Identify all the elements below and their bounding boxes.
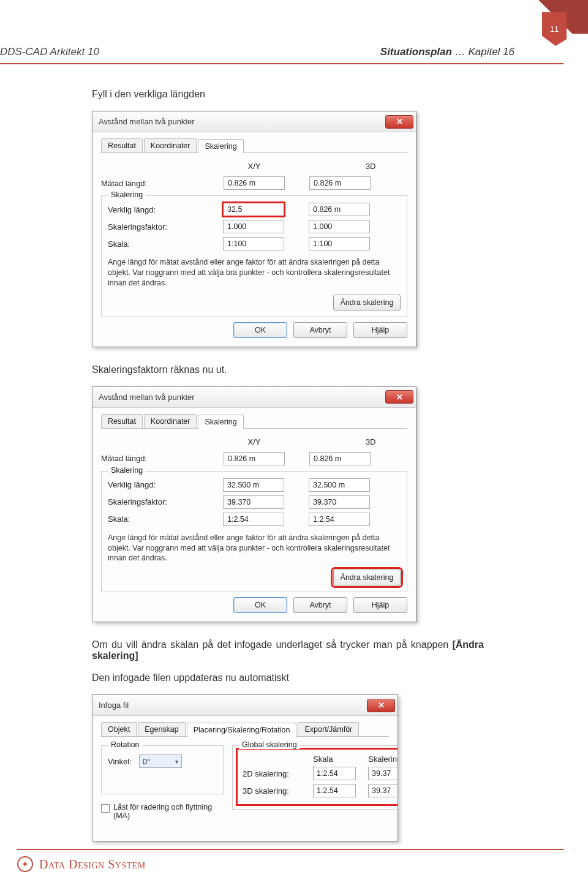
- tab-egenskap[interactable]: Egenskap: [138, 722, 186, 736]
- row-factor: Skaleringsfaktor: 1.000 1.000: [108, 218, 401, 235]
- column-headers: X/Y 3D: [101, 158, 407, 175]
- titlebar: Avstånd mellan två punkter ✕: [92, 111, 416, 132]
- insert-file-dialog: Infoga fil ✕ Objekt Egenskap Placering/S…: [92, 694, 398, 841]
- tab-resultat[interactable]: Resultat: [101, 414, 143, 428]
- label-scale: Skala:: [108, 514, 223, 524]
- close-button[interactable]: ✕: [385, 390, 413, 404]
- header-right: Situationsplan … Kapitel 16: [380, 46, 514, 58]
- dialog-title: Avstånd mellan två punkter: [99, 117, 385, 126]
- header-title-thin: … Kapitel 16: [452, 46, 514, 58]
- fieldset-skalering: Skalering Verklig längd: 32.500 m 32.500…: [101, 471, 407, 593]
- footer-brand: ✦ Data Design System: [17, 856, 564, 872]
- fieldset-skalering: Skalering Verklig längd: 32,5 0.826 m Sk…: [101, 195, 407, 317]
- scale-2d-field[interactable]: 1:2.54: [313, 767, 356, 780]
- close-button[interactable]: ✕: [385, 115, 413, 129]
- scale-3d-field[interactable]: 1:2.54: [313, 784, 356, 797]
- dialog-body: Resultat Koordinater Skalering X/Y 3D Mä…: [92, 132, 416, 347]
- cancel-button[interactable]: Avbryt: [293, 322, 347, 338]
- measured-3d-field[interactable]: 0.826 m: [309, 176, 371, 190]
- lock-checkbox[interactable]: Låst för radering och flyttning (MA): [101, 803, 224, 820]
- close-icon: ✕: [378, 701, 385, 710]
- tab-resultat[interactable]: Resultat: [101, 138, 143, 152]
- legend-global: Global skalering: [239, 740, 300, 749]
- tabs: Resultat Koordinater Skalering: [101, 138, 407, 153]
- col-3d: 3D: [340, 162, 401, 171]
- brand-text: Data Design System: [39, 857, 146, 871]
- dialog-buttons: OK Avbryt Hjälp: [101, 597, 407, 613]
- scale-3d-field[interactable]: 1:100: [309, 237, 370, 250]
- factor-3d-field[interactable]: 1.000: [309, 220, 370, 233]
- factor-3d-field[interactable]: 39.370: [309, 495, 370, 509]
- scaling-3d-field[interactable]: 39.37: [368, 784, 398, 797]
- label-factor: Skaleringsfaktor:: [108, 222, 223, 231]
- real-3d-field[interactable]: 0.826 m: [309, 203, 370, 216]
- tab-koordinater[interactable]: Koordinater: [144, 138, 197, 152]
- close-icon: ✕: [396, 117, 403, 126]
- factor-xy-field[interactable]: 39.370: [223, 495, 284, 509]
- ok-button[interactable]: OK: [233, 322, 287, 338]
- tab-skalering[interactable]: Skalering: [198, 415, 243, 429]
- row-3d: 3D skalering: 1:2.54 39.37: [243, 782, 398, 799]
- legend-rotation: Rotation: [108, 740, 143, 749]
- tab-export[interactable]: Export/Jämför: [298, 722, 359, 736]
- label-factor: Skaleringsfaktor:: [108, 497, 223, 506]
- help-button[interactable]: Hjälp: [353, 322, 407, 338]
- label-real: Verklig längd:: [108, 480, 223, 489]
- row-scale: Skala: 1:2.54 1:2.54: [108, 511, 401, 528]
- col-skala: Skala: [313, 754, 356, 764]
- lock-label: Låst för radering och flyttning (MA): [113, 803, 224, 820]
- distance-dialog-2: Avstånd mellan två punkter ✕ Resultat Ko…: [92, 386, 417, 623]
- cancel-button[interactable]: Avbryt: [293, 597, 347, 613]
- legend-skalering: Skalering: [108, 466, 146, 475]
- row-scale: Skala: 1:100 1:100: [108, 235, 401, 252]
- tab-koordinater[interactable]: Koordinater: [144, 414, 197, 428]
- header-left: DDS-CAD Arkitekt 10: [0, 46, 99, 58]
- real-3d-field[interactable]: 32.500 m: [309, 478, 370, 492]
- dialog-title: Infoga fil: [99, 701, 367, 710]
- tab-objekt[interactable]: Objekt: [101, 722, 137, 736]
- close-button[interactable]: ✕: [367, 699, 395, 712]
- tab-skalering[interactable]: Skalering: [198, 139, 243, 153]
- global-scaling-highlight: Skala Skalering 2D skalering: 1:2.54 39.…: [239, 751, 398, 803]
- label-real: Verklig längd:: [108, 205, 223, 214]
- label-2d: 2D skalering:: [243, 769, 313, 778]
- dialog-title: Avstånd mellan två punkter: [99, 393, 385, 402]
- scale-xy-field[interactable]: 1:2.54: [223, 513, 284, 526]
- angle-field[interactable]: 0° ▾: [139, 754, 182, 768]
- tabs: Resultat Koordinater Skalering: [101, 414, 407, 429]
- scaling-2d-field[interactable]: 39.37: [368, 767, 398, 780]
- label-3d: 3D skalering:: [243, 786, 313, 796]
- distance-dialog-1: Avstånd mellan två punkter ✕ Resultat Ko…: [92, 111, 417, 347]
- help-button[interactable]: Hjälp: [353, 597, 407, 613]
- legend-skalering: Skalering: [108, 190, 146, 199]
- checkbox-box-icon: [101, 804, 110, 813]
- row-measured: Mätad längd: 0.826 m 0.826 m: [101, 450, 407, 467]
- tab-placering[interactable]: Placering/Skalering/Rotation: [187, 723, 297, 737]
- measured-xy-field[interactable]: 0.826 m: [224, 176, 285, 190]
- intro-text-2: Skaleringsfaktorn räknas nu ut.: [92, 364, 484, 375]
- measured-3d-field[interactable]: 0.826 m: [309, 452, 371, 465]
- intro3a: Om du vill ändra skalan på det infogade …: [92, 639, 452, 650]
- change-scaling-button[interactable]: Ändra skalering: [333, 570, 401, 585]
- dropdown-icon: ▾: [175, 758, 178, 765]
- titlebar: Infoga fil ✕: [92, 695, 398, 716]
- page-header: DDS-CAD Arkitekt 10 Situationsplan … Kap…: [0, 0, 564, 64]
- ok-button[interactable]: OK: [233, 597, 287, 613]
- measured-xy-field[interactable]: 0.826 m: [224, 452, 285, 465]
- real-xy-field[interactable]: 32.500 m: [223, 478, 284, 492]
- close-icon: ✕: [396, 393, 403, 402]
- row-factor: Skaleringsfaktor: 39.370 39.370: [108, 494, 401, 511]
- label-measured: Mätad längd:: [101, 454, 224, 463]
- row-real: Verklig längd: 32.500 m 32.500 m: [108, 476, 401, 494]
- dialog-body: Objekt Egenskap Placering/Skalering/Rota…: [92, 716, 398, 829]
- fieldset-rotation: Rotation Vinkel: 0° ▾: [101, 745, 224, 794]
- scale-3d-field[interactable]: 1:2.54: [309, 513, 370, 526]
- col-skalering: Skalering: [368, 754, 398, 764]
- real-xy-field[interactable]: 32,5: [223, 203, 284, 216]
- col-xy: X/Y: [224, 162, 285, 171]
- factor-xy-field[interactable]: 1.000: [223, 220, 284, 233]
- titlebar: Avstånd mellan två punkter ✕: [92, 387, 416, 408]
- change-scaling-button[interactable]: Ändra skalering: [333, 295, 401, 310]
- page-content: Fyll i den verkliga längden Avstånd mell…: [0, 64, 588, 841]
- scale-xy-field[interactable]: 1:100: [223, 237, 284, 250]
